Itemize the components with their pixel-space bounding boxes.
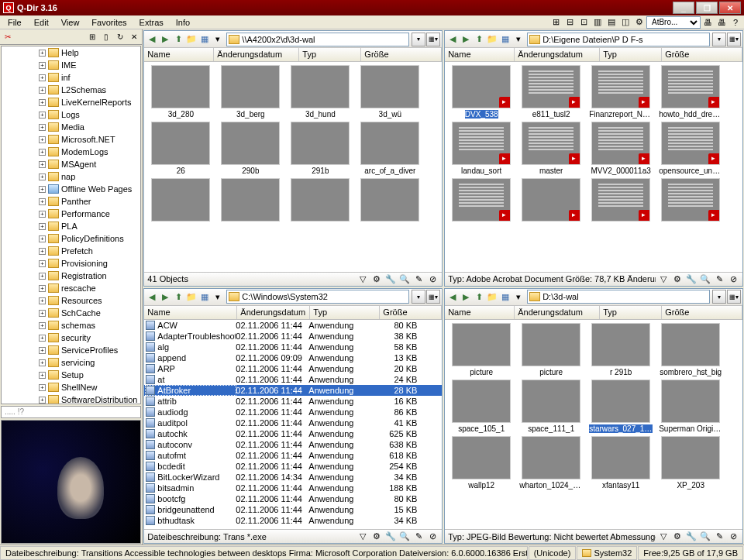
up-icon[interactable]: ⬆ [172,290,184,303]
col-size[interactable]: Größe [662,48,742,61]
col-type[interactable]: Typ [600,48,662,61]
file-row[interactable]: autoconv02.11.2006 11:44Anwendung638 KB [144,439,442,450]
forward-icon[interactable]: ▶ [460,33,472,46]
file-row[interactable]: AdapterTroubleshooter02.11.2006 11:44Anw… [144,331,442,342]
thumbnail[interactable]: landau_sort [448,122,515,175]
back-icon[interactable]: ◀ [446,290,459,303]
col-type[interactable]: Typ [299,48,361,61]
refresh-icon[interactable]: ↻ [114,31,126,43]
tree-node[interactable]: +Resources [2,294,140,307]
address-bar[interactable]: D:\3d-wal [527,290,710,304]
print-icon[interactable]: 🖶 [701,16,714,29]
tree-node[interactable]: +PolicyDefinitions [2,232,140,245]
layout2-icon[interactable]: ⊟ [563,16,576,29]
col-size[interactable]: Größe [361,48,442,61]
expand-icon[interactable]: + [39,359,46,366]
col-name[interactable]: Name [445,306,515,319]
layout5-icon[interactable]: ▤ [605,16,618,29]
back-icon[interactable]: ◀ [146,290,158,303]
edit-icon[interactable]: ✎ [412,531,425,543]
expand-icon[interactable]: + [39,112,46,119]
thumbnail[interactable]: opensource_und_li... [657,122,724,175]
pin-icon[interactable]: ⊘ [727,273,739,285]
expand-icon[interactable]: + [39,211,46,218]
thumbnail[interactable]: MVV2_000011a3 [587,122,654,175]
tools-icon[interactable]: 🔧 [384,273,397,285]
thumbnail[interactable]: 3d_berg [217,65,284,119]
back-icon[interactable]: ◀ [146,33,158,46]
combo-drop-icon[interactable]: ▾ [712,290,726,304]
grid-icon[interactable]: ⊞ [86,31,98,43]
expand-icon[interactable]: + [39,384,46,391]
file-row[interactable]: bridgeunattend02.11.2006 11:44Anwendung1… [144,504,442,515]
tree-node[interactable]: +Help [2,46,140,59]
scissors-icon[interactable]: ✂ [2,31,14,43]
dropdown-icon[interactable]: ▾ [512,33,525,46]
viewmode-icon[interactable]: ▦▾ [426,290,440,304]
layout3-icon[interactable]: ⊡ [577,16,590,29]
combo-drop-icon[interactable]: ▾ [412,33,425,46]
folders-icon[interactable]: 📁 [185,290,198,303]
tree-node[interactable]: +Panther [2,195,140,208]
file-row[interactable]: BitLockerWizard02.11.2006 14:34Anwendung… [144,472,442,483]
expand-icon[interactable]: + [39,248,46,255]
thumbnail[interactable]: space_111_1 [518,380,584,433]
tree-node[interactable]: +security [2,332,140,344]
tree-node[interactable]: +Offline Web Pages [2,183,140,195]
thumbnail[interactable] [287,178,353,223]
expand-icon[interactable]: + [39,50,46,57]
expand-icon[interactable]: + [39,62,46,69]
tree-node[interactable]: +Prefetch [2,245,140,257]
tree-node[interactable]: +Media [2,121,140,133]
close-icon[interactable]: ✕ [128,31,140,43]
thumbnail[interactable] [657,178,724,223]
view-icon[interactable]: ▦ [499,33,512,46]
tree-node[interactable]: +ShellNew [2,381,140,393]
folder-tree[interactable]: +Help+IME+inf+L2Schemas+LiveKernelReport… [1,46,141,404]
thumbnail[interactable]: picture [448,323,515,376]
expand-icon[interactable]: + [39,322,46,329]
col-name[interactable]: Name [144,48,214,61]
gear-icon[interactable]: ⚙ [370,273,383,285]
address-bar[interactable]: C:\Windows\System32 [226,290,409,304]
thumbnail[interactable]: e811_tusl2 [518,65,584,119]
close-button[interactable]: ✕ [719,2,741,14]
menu-edit[interactable]: Edit [28,16,55,29]
tree-node[interactable]: +schemas [2,319,140,332]
tree-node[interactable]: +L2Schemas [2,84,140,96]
filter-icon[interactable]: ▽ [657,273,670,285]
filter-icon[interactable]: ▽ [356,273,369,285]
tree-node[interactable]: +nap [2,170,140,183]
file-row[interactable]: autochk02.11.2006 11:44Anwendung625 KB [144,428,442,439]
app-combo[interactable]: AtBro... [646,16,701,29]
up-icon[interactable]: ⬆ [473,290,485,303]
file-row[interactable]: attrib02.11.2006 11:44Anwendung16 KB [144,396,442,407]
col-date[interactable]: Änderungsdatum [515,48,600,61]
thumbnail[interactable]: 291b [287,122,353,175]
tree-node[interactable]: +ServiceProfiles [2,344,140,356]
col-size[interactable]: Größe [380,306,442,319]
layout4-icon[interactable]: ▥ [591,16,604,29]
thumbnail[interactable]: master [518,122,584,175]
col-name[interactable]: Name [144,306,237,319]
view-icon[interactable]: ▦ [499,290,512,303]
tree-node[interactable]: +Registration [2,270,140,282]
menu-file[interactable]: File [2,16,28,29]
minimize-button[interactable]: _ [673,2,694,14]
thumbnail[interactable]: DVX_538 [448,65,515,119]
expand-icon[interactable]: + [39,136,46,143]
expand-icon[interactable]: + [39,99,46,106]
menu-view[interactable]: View [55,16,86,29]
tools-icon[interactable]: 🔧 [685,273,698,285]
thumbnail[interactable] [147,178,214,223]
expand-icon[interactable]: + [39,74,46,81]
expand-icon[interactable]: + [39,335,46,342]
filter-icon[interactable]: ▽ [657,531,670,543]
thumbnail[interactable]: xfantasy11 [587,436,654,490]
expand-icon[interactable]: + [39,372,46,379]
edit-icon[interactable]: ✎ [713,273,725,285]
tree-node[interactable]: +PLA [2,220,140,232]
dropdown-icon[interactable]: ▾ [212,33,224,46]
tree-node[interactable]: +rescache [2,282,140,294]
expand-icon[interactable]: + [39,124,46,131]
